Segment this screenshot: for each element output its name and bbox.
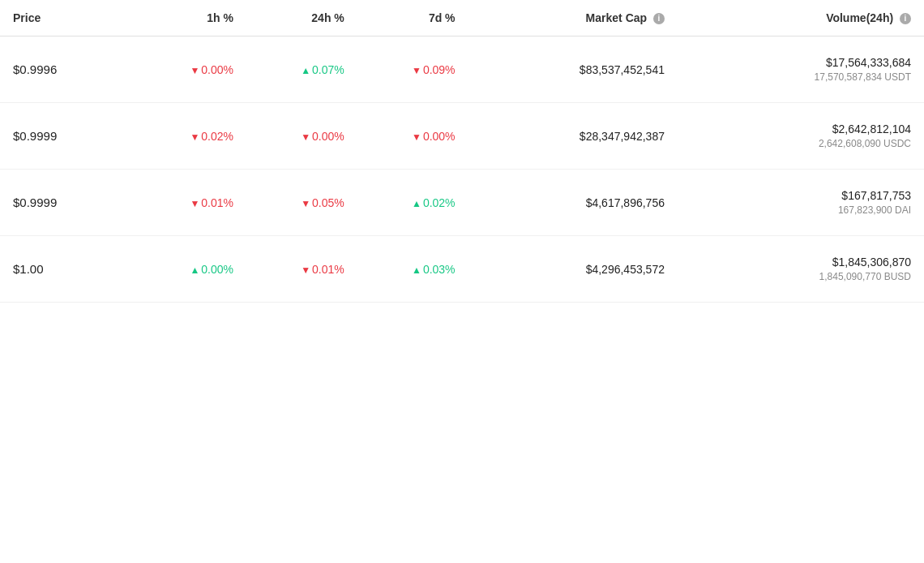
- header-24h: 24h %: [246, 0, 357, 37]
- change-24h-cell: ▼0.01%: [246, 236, 357, 303]
- change-7d-cell: ▲0.03%: [357, 236, 468, 303]
- change-1h-arrow: ▼: [190, 198, 199, 209]
- table-row[interactable]: $0.9996 ▼0.00% ▲0.07% ▼0.09% $83,537,452…: [0, 37, 924, 103]
- volume-secondary: 2,642,608,090 USDC: [691, 138, 911, 149]
- price-cell: $0.9996: [0, 37, 135, 103]
- change-7d-arrow: ▲: [412, 198, 421, 209]
- volume-secondary: 167,823,900 DAI: [691, 204, 911, 216]
- change-7d-arrow: ▼: [412, 65, 421, 76]
- market-cap-cell: $4,296,453,572: [468, 236, 678, 303]
- crypto-table: Price 1h % 24h % 7d % Market Cap i Volum…: [0, 0, 924, 303]
- market-cap-cell: $28,347,942,387: [468, 103, 678, 170]
- volume-cell: $17,564,333,684 17,570,587,834 USDT: [678, 37, 924, 103]
- market-cap-cell: $83,537,452,541: [468, 37, 678, 103]
- change-1h-arrow: ▲: [190, 264, 199, 276]
- change-24h-cell: ▼0.00%: [246, 103, 357, 170]
- change-24h-cell: ▲0.07%: [246, 37, 357, 103]
- change-7d-cell: ▼0.00%: [357, 103, 468, 170]
- volume-cell: $167,817,753 167,823,900 DAI: [678, 170, 924, 236]
- change-24h-arrow: ▼: [301, 264, 310, 276]
- volume-info-icon[interactable]: i: [900, 13, 911, 24]
- volume-primary: $17,564,333,684: [691, 56, 911, 69]
- volume-cell: $1,845,306,870 1,845,090,770 BUSD: [678, 236, 924, 303]
- volume-primary: $167,817,753: [691, 189, 911, 202]
- header-volume: Volume(24h) i: [678, 0, 924, 37]
- change-7d-cell: ▲0.02%: [357, 170, 468, 236]
- volume-primary: $1,845,306,870: [691, 256, 911, 269]
- volume-primary: $2,642,812,104: [691, 122, 911, 135]
- change-7d-arrow: ▼: [412, 131, 421, 143]
- change-7d-arrow: ▲: [412, 264, 421, 276]
- market-cap-cell: $4,617,896,756: [468, 170, 678, 236]
- header-1h: 1h %: [135, 0, 246, 37]
- change-1h-cell: ▲0.00%: [135, 236, 246, 303]
- change-1h-cell: ▼0.00%: [135, 37, 246, 103]
- volume-secondary: 1,845,090,770 BUSD: [691, 271, 911, 282]
- change-1h-arrow: ▼: [190, 65, 199, 76]
- header-price: Price: [0, 0, 135, 37]
- table-row[interactable]: $0.9999 ▼0.02% ▼0.00% ▼0.00% $28,347,942…: [0, 103, 924, 170]
- change-1h-arrow: ▼: [190, 131, 199, 143]
- price-cell: $0.9999: [0, 103, 135, 170]
- header-market-cap: Market Cap i: [468, 0, 678, 37]
- table-row[interactable]: $0.9999 ▼0.01% ▼0.05% ▲0.02% $4,617,896,…: [0, 170, 924, 236]
- change-7d-cell: ▼0.09%: [357, 37, 468, 103]
- change-24h-arrow: ▼: [301, 198, 310, 209]
- volume-secondary: 17,570,587,834 USDT: [691, 71, 911, 83]
- change-1h-cell: ▼0.01%: [135, 170, 246, 236]
- change-24h-arrow: ▲: [301, 65, 310, 76]
- price-cell: $1.00: [0, 236, 135, 303]
- change-24h-cell: ▼0.05%: [246, 170, 357, 236]
- change-24h-arrow: ▼: [301, 131, 310, 143]
- volume-cell: $2,642,812,104 2,642,608,090 USDC: [678, 103, 924, 170]
- header-7d: 7d %: [357, 0, 468, 37]
- market-cap-info-icon[interactable]: i: [653, 13, 665, 24]
- price-cell: $0.9999: [0, 170, 135, 236]
- change-1h-cell: ▼0.02%: [135, 103, 246, 170]
- table-row[interactable]: $1.00 ▲0.00% ▼0.01% ▲0.03% $4,296,453,57…: [0, 236, 924, 303]
